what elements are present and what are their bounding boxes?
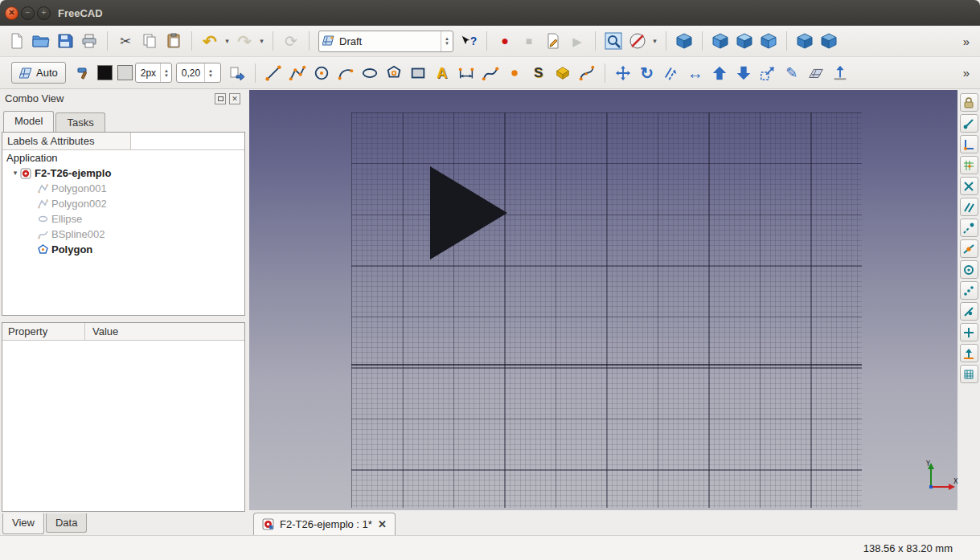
new-document-button[interactable] (5, 29, 29, 53)
draft-ellipse-button[interactable] (358, 61, 382, 85)
draw-style-button[interactable] (625, 29, 650, 53)
property-column-header[interactable]: Property (2, 323, 85, 340)
open-document-button[interactable] (29, 29, 53, 53)
print-button[interactable] (77, 29, 101, 53)
snap-intersection-button[interactable] (960, 177, 978, 195)
draft-offset-button[interactable] (659, 61, 683, 85)
draft-dimension-button[interactable] (454, 61, 478, 85)
refresh-button[interactable]: ⟳ (279, 29, 303, 53)
view-right-button[interactable] (757, 29, 781, 53)
draft-move-button[interactable] (611, 61, 635, 85)
toggle-construction-mode-button[interactable] (71, 61, 95, 85)
whats-this-button[interactable]: ? (457, 29, 481, 53)
snap-working-plane-button[interactable] (960, 344, 978, 362)
tab-view[interactable]: View (2, 513, 44, 534)
window-minimize-button[interactable]: − (21, 6, 35, 20)
value-column-header[interactable]: Value (85, 323, 125, 340)
draft-shape2dview-button[interactable] (804, 61, 828, 85)
view-axonometric-button[interactable] (672, 29, 696, 53)
macro-record-button[interactable]: ● (493, 29, 517, 53)
view-rear-button[interactable] (793, 29, 817, 53)
tab-close-icon[interactable]: ✕ (378, 519, 387, 529)
snap-special-button[interactable] (960, 323, 978, 341)
snap-extension-button[interactable] (960, 219, 978, 237)
snap-midpoint-button[interactable] (960, 239, 978, 258)
draft-bspline-button[interactable] (478, 61, 502, 85)
tree-root-application[interactable]: Application (2, 150, 244, 166)
draft-wire-button[interactable] (285, 61, 310, 85)
draft-scale-button[interactable] (756, 61, 780, 85)
tree-document-row[interactable]: ▾ F2-T26-ejemplo (2, 166, 244, 181)
toggle-grid-button[interactable] (960, 365, 978, 383)
snap-perpendicular-button[interactable] (960, 135, 978, 153)
redo-button[interactable]: ↷ (232, 29, 256, 53)
3d-viewport[interactable]: Y X (249, 90, 957, 510)
snap-near-button[interactable] (960, 302, 978, 321)
macro-edit-button[interactable] (541, 29, 565, 53)
redo-dropdown-button[interactable]: ▾ (256, 29, 267, 53)
document-tab[interactable]: F2-T26-ejemplo : 1* ✕ (253, 513, 396, 535)
view-top-button[interactable] (732, 29, 757, 53)
expander-icon[interactable]: ▾ (10, 170, 20, 177)
toolbar-overflow-button[interactable]: » (954, 61, 978, 85)
cut-button[interactable]: ✂ (113, 29, 137, 53)
snap-intersection-icon (963, 181, 974, 192)
tree-item-ellipse[interactable]: Ellipse (2, 211, 244, 227)
snap-parallel-button[interactable] (960, 198, 978, 216)
draft-rotate-button[interactable]: ↻ (635, 61, 659, 85)
face-color-swatch[interactable] (117, 65, 133, 80)
copy-button[interactable] (137, 29, 162, 53)
tree-item-bspline002[interactable]: BSpline002 (2, 227, 244, 242)
view-front-button[interactable] (708, 29, 732, 53)
panel-close-button[interactable]: ✕ (229, 93, 240, 104)
working-plane-auto-button[interactable]: Auto (11, 62, 66, 84)
snap-lock-button[interactable] (960, 93, 978, 112)
draft-shapestring-button[interactable]: S (527, 61, 551, 85)
draft-edit-button[interactable]: ✎ (780, 61, 804, 85)
snap-ortho-button[interactable] (960, 281, 978, 300)
toolbar-overflow-button[interactable]: » (954, 29, 978, 53)
window-close-button[interactable]: ✕ (5, 6, 18, 20)
tree-item-polygon[interactable]: Polygon (2, 242, 244, 257)
panel-float-button[interactable] (215, 93, 226, 104)
snap-center-button[interactable] (960, 260, 978, 279)
paste-button[interactable] (162, 29, 186, 53)
undo-dropdown-button[interactable]: ▾ (222, 29, 232, 53)
draw-style-dropdown-button[interactable]: ▾ (650, 29, 660, 53)
view-bottom-button[interactable] (817, 29, 841, 53)
draft-polygon-button[interactable] (382, 61, 406, 85)
draft-arc-button[interactable] (334, 61, 358, 85)
line-width-spinbox[interactable]: 2px ▲▼ (135, 63, 172, 83)
apply-style-button[interactable] (225, 61, 249, 85)
global-scale-spinbox[interactable]: 0,20 ▲▼ (176, 63, 221, 83)
draft-rectangle-button[interactable] (406, 61, 430, 85)
workbench-selector[interactable]: Draft ▲ ▼ (318, 31, 453, 52)
macro-execute-button[interactable]: ▶ (565, 29, 589, 53)
macro-stop-button[interactable]: ■ (517, 29, 541, 53)
chevron-down-icon: ▾ (653, 38, 657, 45)
box-zoom-button[interactable] (601, 29, 625, 53)
draft-facebinder-button[interactable] (551, 61, 575, 85)
draft-trimex-button[interactable]: ↔ (683, 61, 707, 85)
draft-line-button[interactable] (261, 61, 285, 85)
tab-model[interactable]: Model (3, 111, 54, 132)
save-document-button[interactable] (53, 29, 77, 53)
snap-grid-button[interactable] (960, 156, 978, 174)
undo-button[interactable]: ↶ (198, 29, 222, 53)
snap-endpoint-button[interactable] (960, 114, 978, 133)
window-maximize-button[interactable]: + (37, 6, 51, 20)
record-dot-icon: ● (501, 35, 509, 47)
draft-bezier-button[interactable] (575, 61, 599, 85)
draft-point-button[interactable] (502, 61, 527, 85)
draft-text-button[interactable]: A (430, 61, 454, 85)
draft-circle-button[interactable] (310, 61, 334, 85)
arrow-up-from-line-button[interactable] (828, 61, 852, 85)
tree-item-polygon001[interactable]: Polygon001 (2, 181, 244, 196)
line-color-swatch[interactable] (97, 65, 113, 80)
polygon-object[interactable] (430, 166, 507, 260)
tab-data[interactable]: Data (46, 513, 87, 533)
draft-upgrade-button[interactable] (707, 61, 732, 85)
draft-downgrade-button[interactable] (732, 61, 756, 85)
tab-tasks[interactable]: Tasks (55, 112, 105, 132)
tree-item-polygon002[interactable]: Polygon002 (2, 196, 244, 211)
